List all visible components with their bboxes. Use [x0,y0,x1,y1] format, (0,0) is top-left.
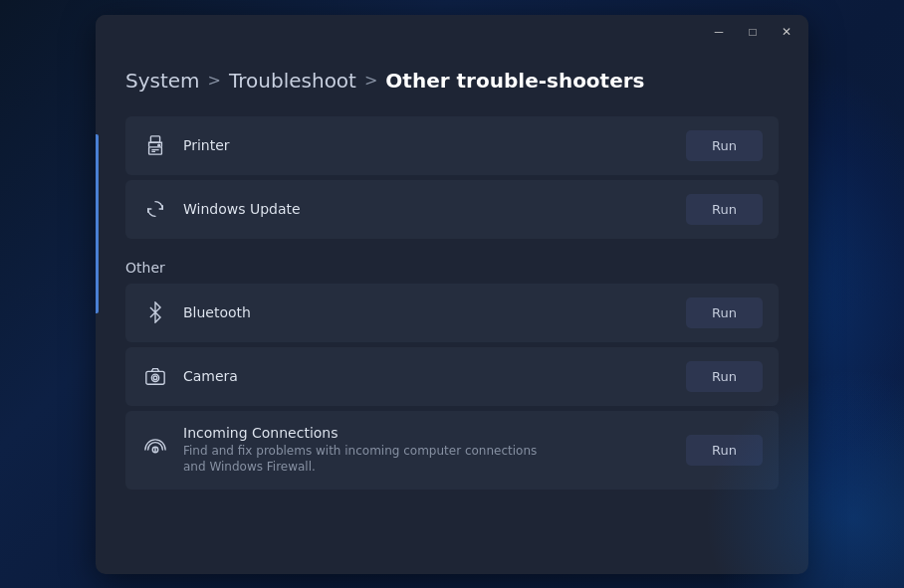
other-section-label: Other [125,260,779,276]
svg-rect-1 [150,136,159,142]
top-troubleshooter-list: Printer Run [125,116,779,242]
svg-point-7 [153,376,157,380]
windows-update-item-left: Windows Update [141,195,686,223]
printer-run-button[interactable]: Run [686,130,763,161]
bluetooth-item-left: Bluetooth [141,298,686,326]
printer-item: Printer Run [125,116,779,175]
windows-update-name: Windows Update [183,201,301,217]
printer-icon [141,131,169,159]
camera-name: Camera [183,368,238,384]
incoming-connections-svg [144,439,166,461]
breadcrumb-troubleshoot[interactable]: Troubleshoot [229,69,356,93]
settings-window: ─ □ ✕ System > Troubleshoot > Other trou… [96,15,808,574]
titlebar: ─ □ ✕ [96,15,808,49]
breadcrumb-separator-2: > [364,71,377,90]
incoming-connections-desc: Find and fix problems with incoming comp… [183,443,562,477]
bluetooth-svg [144,301,166,323]
breadcrumb-system[interactable]: System [125,69,200,93]
titlebar-controls: ─ □ ✕ [703,20,802,44]
bluetooth-text: Bluetooth [183,304,251,320]
bluetooth-icon [141,298,169,326]
minimize-button[interactable]: ─ [703,20,735,44]
windows-update-svg [144,198,166,220]
svg-rect-5 [146,371,164,384]
camera-item: Camera Run [125,347,779,406]
svg-point-4 [158,144,160,146]
windows-update-icon [141,195,169,223]
printer-text: Printer [183,137,230,153]
content-area: System > Troubleshoot > Other trouble-sh… [96,49,808,574]
printer-item-left: Printer [141,131,686,159]
left-accent-bar [96,134,99,313]
camera-icon [141,362,169,390]
bluetooth-run-button[interactable]: Run [686,297,763,328]
windows-update-item: Windows Update Run [125,180,779,239]
bluetooth-name: Bluetooth [183,304,251,320]
camera-text: Camera [183,368,238,384]
incoming-connections-text: Incoming Connections Find and fix proble… [183,425,562,477]
incoming-connections-item-left: Incoming Connections Find and fix proble… [141,425,686,477]
breadcrumb-current-page: Other trouble-shooters [385,69,644,93]
printer-name: Printer [183,137,230,153]
maximize-button[interactable]: □ [737,20,769,44]
incoming-connections-name: Incoming Connections [183,425,562,441]
incoming-connections-item: Incoming Connections Find and fix proble… [125,411,779,490]
windows-update-run-button[interactable]: Run [686,194,763,225]
camera-run-button[interactable]: Run [686,361,763,392]
printer-svg [144,134,166,156]
svg-point-6 [151,374,158,381]
camera-item-left: Camera [141,362,686,390]
close-button[interactable]: ✕ [771,20,802,44]
breadcrumb: System > Troubleshoot > Other trouble-sh… [125,69,779,93]
other-section: Other Bluetooth Run [125,260,779,493]
windows-update-text: Windows Update [183,201,301,217]
breadcrumb-separator-1: > [208,71,221,90]
bluetooth-item: Bluetooth Run [125,284,779,342]
svg-rect-0 [149,147,162,154]
other-troubleshooter-list: Bluetooth Run [125,284,779,493]
incoming-connections-run-button[interactable]: Run [686,435,763,466]
incoming-connections-icon [141,436,169,464]
camera-svg [144,365,166,387]
